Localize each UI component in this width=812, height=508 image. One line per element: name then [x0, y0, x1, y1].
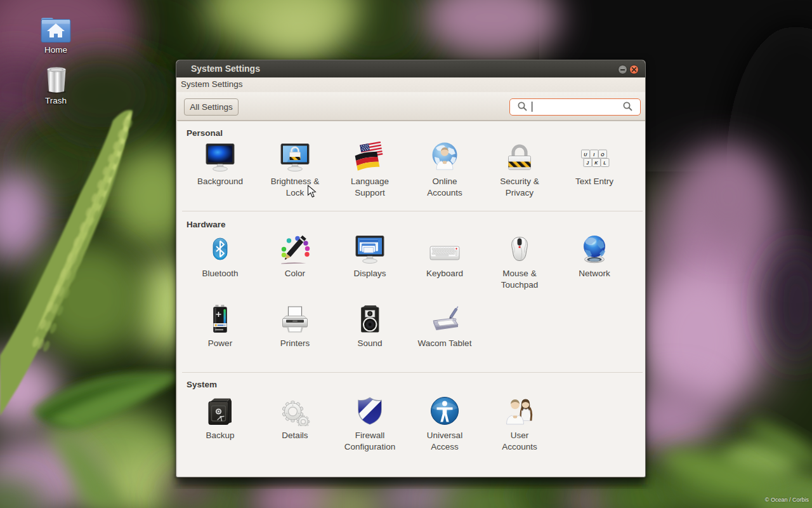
svg-text:O: O: [601, 152, 605, 157]
svg-text:L: L: [603, 161, 606, 165]
